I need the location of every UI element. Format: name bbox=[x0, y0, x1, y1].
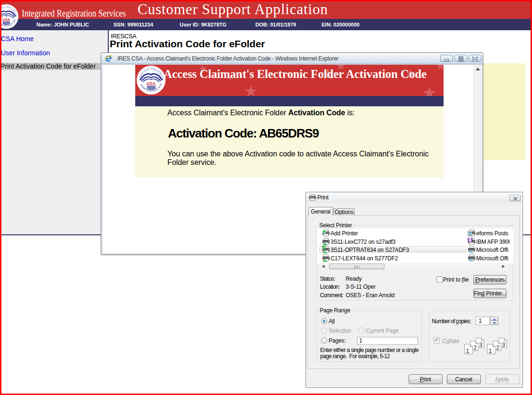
svg-text:1: 1 bbox=[466, 347, 469, 354]
svg-text:2: 2 bbox=[473, 344, 477, 351]
svg-text:3: 3 bbox=[479, 341, 482, 348]
